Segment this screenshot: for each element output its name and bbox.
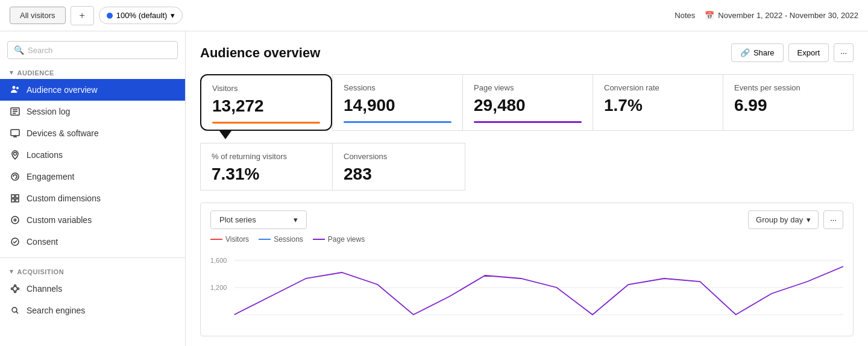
custom-variables-icon <box>10 215 20 225</box>
segment-selector[interactable]: 100% (default) ▾ <box>99 7 183 24</box>
link-icon: 🔗 <box>740 48 750 57</box>
svg-point-22 <box>14 291 16 293</box>
events-per-session-value: 6.99 <box>734 96 842 115</box>
sidebar-item-channels[interactable]: Channels <box>0 278 185 300</box>
sidebar-item-custom-dimensions-label: Custom dimensions <box>27 193 101 203</box>
chart-more-options-button[interactable]: ··· <box>823 210 843 229</box>
users-icon <box>10 84 20 95</box>
stat-card-conversion-rate: Conversion rate 1.7% <box>593 74 723 131</box>
conversion-rate-label: Conversion rate <box>604 83 712 92</box>
channels-icon <box>10 283 20 294</box>
sidebar-item-search-engines-label: Search engines <box>27 306 85 315</box>
chevron-down-icon: ▾ <box>807 215 811 224</box>
returning-visitors-value: 7.31% <box>212 165 321 184</box>
stats-row2: % of returning visitors 7.31% Conversion… <box>200 143 854 190</box>
section-audience-label: AUDIENCE <box>17 69 54 77</box>
legend-sessions: Sessions <box>259 235 303 244</box>
top-bar-right: Notes 📅 November 1, 2022 - November 30, … <box>675 11 858 20</box>
date-range-label: November 1, 2022 - November 30, 2022 <box>718 11 858 20</box>
plot-series-selector[interactable]: Plot series ▾ <box>210 210 307 229</box>
sidebar-item-session-log-label: Session log <box>27 107 70 116</box>
sidebar-item-search-engines[interactable]: Search engines <box>0 300 185 321</box>
chevron-down-icon: ▾ <box>10 268 14 275</box>
search-placeholder: Search <box>28 46 52 55</box>
main-content: Audience overview 🔗 Share Export ··· Vis… <box>186 31 868 346</box>
chevron-down-icon: ▾ <box>171 11 175 20</box>
chevron-down-icon: ▾ <box>294 215 298 224</box>
svg-rect-14 <box>16 199 19 202</box>
events-per-session-bar <box>734 121 842 123</box>
legend-sessions-label: Sessions <box>274 235 303 244</box>
conversions-value: 283 <box>344 165 454 184</box>
svg-text:1,200: 1,200 <box>210 284 227 291</box>
visitors-value: 13,272 <box>212 96 320 116</box>
events-per-session-label: Events per session <box>734 83 842 92</box>
sidebar-item-engagement[interactable]: Engagement <box>0 166 185 187</box>
segment-dot <box>107 13 113 19</box>
export-button[interactable]: Export <box>788 43 829 62</box>
more-options-button[interactable]: ··· <box>834 43 854 62</box>
sidebar-item-consent[interactable]: Consent <box>0 231 185 253</box>
share-button[interactable]: 🔗 Share <box>731 43 784 62</box>
sessions-bar <box>344 121 451 123</box>
list-icon <box>10 106 20 117</box>
legend-line-sessions <box>259 239 271 240</box>
sidebar-item-locations[interactable]: Locations <box>0 144 185 166</box>
svg-point-21 <box>17 288 19 290</box>
chart-area: 1,600 1,200 <box>210 248 843 329</box>
group-by-button[interactable]: Group by day ▾ <box>748 210 819 229</box>
sidebar-item-session-log[interactable]: Session log <box>0 101 185 122</box>
svg-point-0 <box>13 86 16 89</box>
section-acquisition-header[interactable]: ▾ ACQUISITION <box>0 263 185 278</box>
monitor-icon <box>10 128 20 139</box>
sidebar-item-custom-variables-label: Custom variables <box>27 215 92 225</box>
stat-card-events-per-session: Events per session 6.99 <box>723 74 854 131</box>
stats-grid: Visitors 13,272 Sessions 14,900 Page vie… <box>200 74 854 131</box>
conversion-rate-bar <box>604 121 712 123</box>
tab-all-visitors[interactable]: All visitors <box>10 7 66 24</box>
conversion-rate-value: 1.7% <box>604 96 712 115</box>
sidebar-item-custom-variables[interactable]: Custom variables <box>0 209 185 231</box>
svg-line-28 <box>16 312 18 313</box>
header-actions: 🔗 Share Export ··· <box>731 43 854 62</box>
pin-icon <box>10 149 20 160</box>
plot-series-label: Plot series <box>219 215 256 224</box>
sidebar-item-audience-overview[interactable]: Audience overview <box>0 79 185 101</box>
sidebar-item-devices-software[interactable]: Devices & software <box>0 122 185 144</box>
sidebar-item-consent-label: Consent <box>27 237 58 247</box>
svg-point-9 <box>14 153 17 156</box>
svg-line-24 <box>16 286 17 288</box>
svg-line-25 <box>16 289 17 291</box>
chevron-down-icon: ▾ <box>10 69 14 77</box>
svg-point-10 <box>11 173 19 180</box>
share-label: Share <box>753 48 775 57</box>
svg-point-1 <box>16 87 19 89</box>
calendar-icon: 📅 <box>705 11 714 20</box>
section-acquisition-label: ACQUISITION <box>17 268 64 275</box>
notes-button[interactable]: Notes <box>675 11 695 20</box>
section-audience-header[interactable]: ▾ AUDIENCE <box>0 64 185 79</box>
page-header: Audience overview 🔗 Share Export ··· <box>200 43 854 62</box>
search-engines-icon <box>10 305 20 316</box>
segment-label: 100% (default) <box>116 11 168 20</box>
legend-page-views: Page views <box>313 235 365 244</box>
search-icon: 🔍 <box>14 45 24 55</box>
page-views-value: 29,480 <box>474 96 582 115</box>
search-box[interactable]: 🔍 Search <box>7 41 178 59</box>
svg-line-23 <box>13 286 14 288</box>
legend-visitors-label: Visitors <box>225 235 249 244</box>
chart-legend: Visitors Sessions Page views <box>210 235 843 244</box>
top-bar: All visitors + 100% (default) ▾ Notes 📅 … <box>0 0 868 31</box>
visitors-bar <box>212 122 320 124</box>
legend-visitors: Visitors <box>210 235 249 244</box>
chart-controls-right: Group by day ▾ ··· <box>748 210 843 229</box>
stat-card-returning-visitors: % of returning visitors 7.31% <box>200 143 333 190</box>
tab-add-button[interactable]: + <box>71 6 94 25</box>
legend-page-views-label: Page views <box>328 235 365 244</box>
engagement-icon <box>10 171 20 182</box>
sidebar: 🔍 Search ▾ AUDIENCE Audience overview Se… <box>0 31 186 346</box>
legend-line-visitors <box>210 239 222 240</box>
stat-card-visitors: Visitors 13,272 <box>200 74 332 131</box>
stat-card-page-views: Page views 29,480 <box>463 74 593 131</box>
sidebar-item-custom-dimensions[interactable]: Custom dimensions <box>0 187 185 209</box>
